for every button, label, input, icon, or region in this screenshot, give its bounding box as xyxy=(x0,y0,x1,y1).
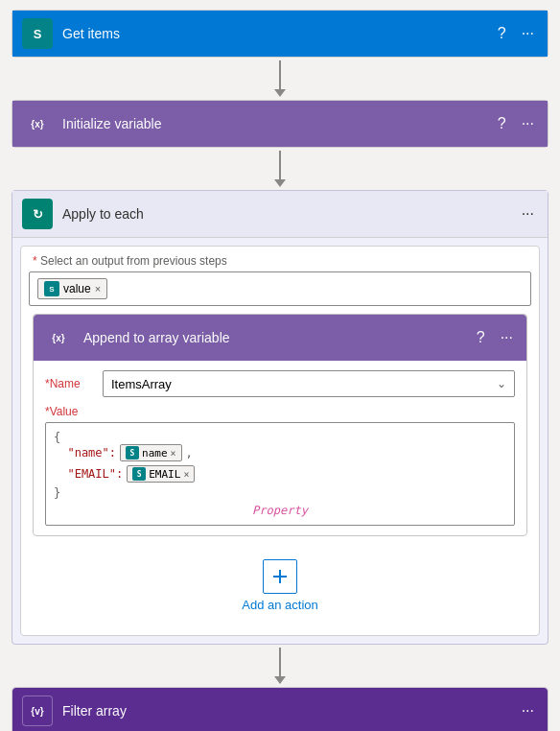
append-icon: {x} xyxy=(43,322,74,353)
add-action-button[interactable]: Add an action xyxy=(242,559,318,612)
name-key: "name": xyxy=(54,446,116,460)
add-action-text: Add an action xyxy=(242,598,318,612)
email-tag-close[interactable]: × xyxy=(183,469,189,480)
svg-rect-1 xyxy=(273,576,287,578)
name-tag-close[interactable]: × xyxy=(171,448,176,459)
name-value: ItemsArray xyxy=(111,377,172,391)
apply-to-each-icon: ↻ xyxy=(22,199,53,229)
name-label: *Name xyxy=(45,377,103,390)
value-field: *Value { "name": S name × , xyxy=(45,405,515,526)
filter-array-header: {v} Filter array ··· xyxy=(12,688,548,731)
value-box[interactable]: { "name": S name × , xyxy=(45,422,515,526)
get-items-card: S Get items ? ··· xyxy=(12,10,548,58)
append-body: *Name ItemsArray ⌄ *Value { "name": xyxy=(34,361,526,535)
select-output-label: * Select an output from previous steps xyxy=(21,247,539,271)
apply-to-each-header: ↻ Apply to each ··· xyxy=(12,191,548,238)
name-tag: S name × xyxy=(120,444,182,461)
value-tag-text: value xyxy=(63,282,91,295)
select-output-section: * Select an output from previous steps S… xyxy=(20,246,540,636)
get-items-more-button[interactable]: ··· xyxy=(518,24,538,43)
init-variable-actions: ? ··· xyxy=(494,114,538,133)
get-items-icon: S xyxy=(22,18,53,49)
init-variable-more-button[interactable]: ··· xyxy=(518,114,538,133)
init-variable-title: Initialize variable xyxy=(62,116,494,131)
append-card: {x} Append to array variable ? ··· *Name… xyxy=(33,314,527,536)
flow-canvas: S Get items ? ··· {x} Initialize variabl… xyxy=(0,0,560,731)
apply-to-each-actions: ··· xyxy=(518,204,538,224)
add-action-icon xyxy=(263,559,297,594)
get-items-help-button[interactable]: ? xyxy=(494,24,510,43)
value-label: *Value xyxy=(45,405,103,418)
value-line-1: "name": S name × , xyxy=(54,444,506,461)
value-tag-icon: S xyxy=(44,281,59,296)
value-tag: S value × xyxy=(37,278,107,299)
filter-array-actions: ··· xyxy=(518,701,538,720)
add-action-area: Add an action xyxy=(21,544,539,627)
append-actions: ? ··· xyxy=(473,328,517,347)
value-property-label: Property xyxy=(252,504,308,517)
append-more-button[interactable]: ··· xyxy=(497,328,517,347)
init-variable-help-button[interactable]: ? xyxy=(494,114,510,133)
get-items-actions: ? ··· xyxy=(494,24,538,43)
email-tag: S EMAIL × xyxy=(127,465,195,483)
apply-to-each-more-button[interactable]: ··· xyxy=(518,204,538,224)
append-title: Append to array variable xyxy=(83,330,473,345)
append-header: {x} Append to array variable ? ··· xyxy=(34,315,526,361)
email-tag-text: EMAIL xyxy=(149,468,180,481)
filter-array-title: Filter array xyxy=(62,703,518,719)
name-field-row: *Name ItemsArray ⌄ xyxy=(45,370,515,397)
connector-3 xyxy=(274,645,286,687)
value-line-2: "EMAIL": S EMAIL × xyxy=(54,465,506,483)
add-action-plus-icon xyxy=(270,567,290,586)
get-items-header: S Get items ? ··· xyxy=(12,11,548,57)
apply-to-each-title: Apply to each xyxy=(62,206,518,222)
select-output-input[interactable]: S value × xyxy=(29,271,531,306)
name-input[interactable]: ItemsArray ⌄ xyxy=(103,370,515,397)
append-help-button[interactable]: ? xyxy=(473,328,489,347)
connector-2 xyxy=(274,148,286,190)
init-variable-card: {x} Initialize variable ? ··· xyxy=(12,100,548,148)
get-items-title: Get items xyxy=(62,26,494,41)
connector-1 xyxy=(274,58,286,100)
apply-to-each-card: ↻ Apply to each ··· * Select an output f… xyxy=(12,190,548,645)
filter-array-icon: {v} xyxy=(22,696,53,726)
init-variable-header: {x} Initialize variable ? ··· xyxy=(12,101,548,147)
email-key: "EMAIL": xyxy=(54,467,123,481)
name-tag-text: name xyxy=(142,447,168,460)
filter-array-more-button[interactable]: ··· xyxy=(518,701,538,720)
value-tag-close[interactable]: × xyxy=(95,283,101,295)
filter-array-card: {v} Filter array ··· * *From {x} ItemsAr… xyxy=(12,687,548,731)
init-variable-icon: {x} xyxy=(22,108,53,139)
name-chevron-icon: ⌄ xyxy=(497,377,506,390)
